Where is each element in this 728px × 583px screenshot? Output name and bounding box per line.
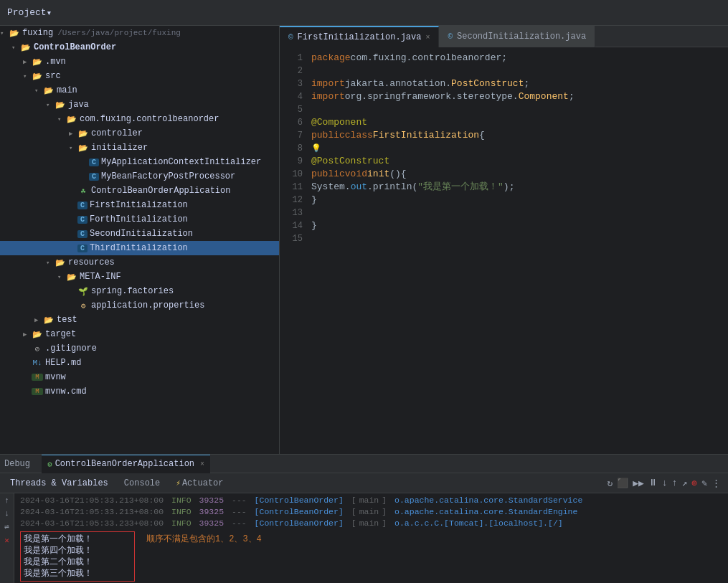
log-sep: --- xyxy=(227,506,252,518)
scroll-up-icon[interactable]: ↑ xyxy=(4,496,9,505)
file-tree: ▾📂fuxing/Users/java/project/fuxing▾📂Cont… xyxy=(0,26,280,454)
line-number-11: 11 xyxy=(280,181,303,194)
icon-main: 📂 xyxy=(43,86,55,95)
actuator-icon: ⚡ xyxy=(176,478,181,488)
tree-item-main[interactable]: ▾📂main xyxy=(0,83,279,98)
log-thread: main xyxy=(359,518,379,529)
token: "我是第一个加载！" xyxy=(417,181,504,194)
debug-app-tab[interactable]: ⚙ ControlBeanOrderApplication × xyxy=(42,455,210,473)
label-controlapp: ControlBeanOrderApplication xyxy=(91,186,230,196)
tab-console[interactable]: Console xyxy=(117,473,167,493)
step-over-icon[interactable]: ↓ xyxy=(662,478,668,488)
more-icon[interactable]: ⋮ xyxy=(712,478,721,489)
stop-icon[interactable]: ⬛ xyxy=(617,478,628,489)
code-line-10: public void init(){ xyxy=(308,168,728,181)
line-number-5: 5 xyxy=(280,103,303,116)
wrap-icon[interactable]: ⇌ xyxy=(4,522,9,531)
tree-item-firstinit[interactable]: CFirstInitialization xyxy=(0,198,279,212)
tree-item-fuxing[interactable]: ▾📂fuxing/Users/java/project/fuxing xyxy=(0,26,279,40)
code-editor[interactable]: 123456789101112131415 package com.fuxing… xyxy=(280,47,728,454)
bulb-icon-8[interactable]: 💡 xyxy=(311,142,321,155)
label-meta-inf: META-INF xyxy=(80,272,121,282)
log-time: 2024-03-16T21:05:33.233+08:00 xyxy=(20,518,164,529)
tree-item-secondinit[interactable]: CSecondInitialization xyxy=(0,227,279,241)
edit-icon[interactable]: ✎ xyxy=(701,478,707,489)
tree-item-myapp[interactable]: CMyApplicationContextInitializer xyxy=(0,155,279,169)
step-into-icon[interactable]: ↑ xyxy=(672,478,678,488)
tree-item-mvnw-cmd[interactable]: Mmvnw.cmd xyxy=(0,384,279,399)
tree-item-app-properties[interactable]: ⚙application.properties xyxy=(0,298,279,313)
tree-item-spring-factories[interactable]: 🌱spring.factories xyxy=(0,284,279,298)
tree-item-mvn[interactable]: ▶📂.mvn xyxy=(0,54,279,69)
tree-arrow-src: ▾ xyxy=(23,72,32,80)
tree-item-controller[interactable]: ▶📂controller xyxy=(0,126,279,141)
debug-close-icon[interactable]: × xyxy=(200,460,204,468)
tree-item-forthinit[interactable]: CForthInitialization xyxy=(0,212,279,227)
evaluate-icon[interactable]: ⊕ xyxy=(691,478,697,489)
scroll-down-icon[interactable]: ↓ xyxy=(4,509,9,518)
tree-item-mybeanfactory[interactable]: CMyBeanFactoryPostProcessor xyxy=(0,169,279,184)
token: .println( xyxy=(367,181,417,194)
tree-item-java[interactable]: ▾📂java xyxy=(0,98,279,112)
tab-actuator[interactable]: ⚡ Actuator xyxy=(169,473,230,493)
debug-left-gutter: ↑ ↓ ⇌ ✕ xyxy=(0,493,14,583)
threads-variables-label: Threads & Variables xyxy=(10,478,108,488)
line-numbers: 123456789101112131415 xyxy=(280,50,308,451)
label-main: main xyxy=(57,85,77,95)
tab-threads-variables[interactable]: Threads & Variables xyxy=(3,473,115,493)
clear-icon[interactable]: ✕ xyxy=(4,536,9,545)
pause-icon[interactable]: ⏸ xyxy=(648,478,658,488)
log-sep: --- xyxy=(227,518,252,529)
tree-item-initializer[interactable]: ▾📂initializer xyxy=(0,141,279,155)
tab-close-first[interactable]: × xyxy=(425,34,430,42)
label-forthinit: ForthInitialization xyxy=(90,214,188,224)
icon-mvnw-cmd: M xyxy=(32,388,43,395)
annotation-text: 顺序不满足包含的1、2、3、4 xyxy=(146,533,262,545)
token: void xyxy=(345,168,367,181)
code-line-15 xyxy=(308,232,728,245)
icon-com_fuxing: 📂 xyxy=(66,115,77,124)
tree-item-resources[interactable]: ▾📂resources xyxy=(0,255,279,270)
token: PostConstruct xyxy=(451,77,524,90)
resume-icon[interactable]: ▶▶ xyxy=(633,478,644,489)
label-mvnw-cmd: mvnw.cmd xyxy=(45,387,87,397)
tree-item-gitignore[interactable]: ⊘.gitignore xyxy=(0,341,279,356)
content-area: ▾📂fuxing/Users/java/project/fuxing▾📂Cont… xyxy=(0,26,728,454)
tree-arrow-com_fuxing: ▾ xyxy=(57,115,66,123)
tree-item-meta-inf[interactable]: ▾📂META-INF xyxy=(0,270,279,284)
tree-item-controlbeanorder[interactable]: ▾📂ControlBeanOrder xyxy=(0,40,279,54)
log-pid: 39325 xyxy=(199,518,224,529)
line-number-6: 6 xyxy=(280,116,303,129)
line-number-10: 10 xyxy=(280,168,303,181)
code-line-3: import jakarta.annotation.PostConstruct; xyxy=(308,77,728,90)
token: @PostConstruct xyxy=(311,155,389,168)
log-pid: 39325 xyxy=(199,495,224,506)
token: public xyxy=(311,129,345,142)
icon-fuxing: 📂 xyxy=(9,29,20,38)
step-out-icon[interactable]: ↗ xyxy=(682,478,688,489)
restart-icon[interactable]: ↻ xyxy=(607,478,613,489)
tree-item-test[interactable]: ▶📂test xyxy=(0,313,279,327)
threads-variables-bar: Threads & Variables Console ⚡ Actuator ↻… xyxy=(0,473,728,493)
tree-item-com_fuxing[interactable]: ▾📂com.fuxing.controlbeanorder xyxy=(0,112,279,126)
tree-item-help-md[interactable]: M↓HELP.md xyxy=(0,356,279,370)
debug-app-icon: ⚙ xyxy=(47,460,52,469)
tree-item-src[interactable]: ▾📂src xyxy=(0,69,279,83)
tree-item-thirdinit[interactable]: CThirdInitialization xyxy=(0,241,279,255)
tree-item-target[interactable]: ▶📂target xyxy=(0,327,279,341)
log-close: ] xyxy=(382,518,392,529)
tree-arrow-test: ▶ xyxy=(34,316,43,324)
debug-app-name: ControlBeanOrderApplication xyxy=(55,459,194,469)
log-line: 2024-03-16T21:05:33.233+08:00 INFO 39325… xyxy=(20,518,722,529)
token: out xyxy=(351,181,367,194)
tree-item-mvnw-file[interactable]: Mmvnw xyxy=(0,370,279,384)
icon-secondinit: C xyxy=(77,230,88,238)
icon-mybeanfactory: C xyxy=(89,173,99,181)
tab-first[interactable]: ©FirstInitialization.java× xyxy=(280,26,439,47)
tab-second[interactable]: ©SecondInitialization.java xyxy=(439,26,595,47)
tree-arrow-java: ▾ xyxy=(46,101,55,109)
token: class xyxy=(345,129,373,142)
label-src: src xyxy=(45,71,61,81)
token: init xyxy=(367,168,389,181)
tree-item-controlapp[interactable]: ☘ControlBeanOrderApplication xyxy=(0,184,279,198)
